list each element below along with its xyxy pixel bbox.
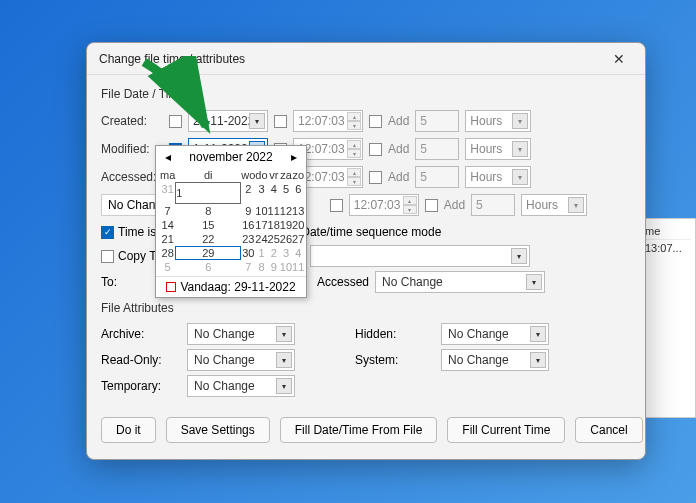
extra-unit-select[interactable]: Hours▾ (521, 194, 587, 216)
calendar-day[interactable]: 25 (268, 232, 280, 246)
chevron-down-icon[interactable]: ▾ (512, 113, 528, 129)
calendar-day[interactable]: 7 (160, 204, 175, 218)
calendar-day[interactable]: 11 (292, 260, 304, 274)
chevron-down-icon[interactable]: ▾ (276, 352, 292, 368)
calendar-day[interactable]: 14 (160, 218, 175, 232)
calendar-day[interactable]: 19 (280, 218, 292, 232)
calendar-day[interactable]: 12 (280, 204, 292, 218)
extra-time-checkbox[interactable] (330, 199, 343, 212)
chevron-down-icon[interactable]: ▾ (530, 352, 546, 368)
calendar-day[interactable]: 1 (255, 246, 267, 260)
calendar-day[interactable]: 24 (255, 232, 267, 246)
created-enable-checkbox[interactable] (169, 115, 182, 128)
system-select[interactable]: No Change▾ (441, 349, 549, 371)
accessed-offset-input[interactable]: 5 (415, 166, 459, 188)
archive-select[interactable]: No Change▾ (187, 323, 295, 345)
calendar-day[interactable]: 9 (241, 204, 255, 218)
titlebar: Change file time / attributes ✕ (87, 43, 645, 75)
calendar-day[interactable]: 31 (160, 182, 175, 204)
calendar-day[interactable]: 20 (292, 218, 304, 232)
created-date-input[interactable]: 29-11-2022▾ (188, 110, 268, 132)
to-label: To: (101, 275, 117, 289)
modified-add-checkbox[interactable] (369, 143, 382, 156)
calendar-footer[interactable]: Vandaag: 29-11-2022 (156, 276, 306, 297)
calendar-day[interactable]: 26 (280, 232, 292, 246)
hidden-select[interactable]: No Change▾ (441, 323, 549, 345)
do-it-button[interactable]: Do it (101, 417, 156, 443)
chevron-down-icon[interactable]: ▾ (512, 169, 528, 185)
readonly-select[interactable]: No Change▾ (187, 349, 295, 371)
extra-time-input[interactable]: 12:07:03▴▾ (349, 194, 419, 216)
calendar-day[interactable]: 4 (292, 246, 304, 260)
chevron-down-icon[interactable]: ▾ (276, 378, 292, 394)
spinner-icon[interactable]: ▴▾ (403, 196, 417, 214)
next-month-button[interactable]: ▸ (288, 150, 300, 164)
chevron-down-icon[interactable]: ▾ (568, 197, 584, 213)
accessed-unit-select[interactable]: Hours▾ (465, 166, 531, 188)
calendar-day[interactable]: 6 (292, 182, 304, 204)
calendar-day[interactable]: 6 (175, 260, 241, 274)
chevron-down-icon[interactable]: ▾ (512, 141, 528, 157)
chevron-down-icon[interactable]: ▾ (249, 113, 265, 129)
calendar-day[interactable]: 1 (175, 182, 241, 204)
calendar-day[interactable]: 3 (280, 246, 292, 260)
extra-offset-input[interactable]: 5 (471, 194, 515, 216)
calendar-day[interactable]: 22 (175, 232, 241, 246)
created-time-input[interactable]: 12:07:03▴▾ (293, 110, 363, 132)
calendar-day[interactable]: 9 (268, 260, 280, 274)
calendar-day[interactable]: 28 (160, 246, 175, 260)
calendar-day[interactable]: 27 (292, 232, 304, 246)
fill-from-file-button[interactable]: Fill Date/Time From File (280, 417, 438, 443)
copy-label: Copy T (118, 249, 156, 263)
calendar-day[interactable]: 3 (255, 182, 267, 204)
calendar-day[interactable]: 15 (175, 218, 241, 232)
extra-add-checkbox[interactable] (425, 199, 438, 212)
calendar-day[interactable]: 7 (241, 260, 255, 274)
calendar-day[interactable]: 10 (280, 260, 292, 274)
month-label[interactable]: november 2022 (189, 150, 272, 164)
close-button[interactable]: ✕ (605, 45, 633, 73)
calendar-day[interactable]: 8 (255, 260, 267, 274)
chevron-down-icon[interactable]: ▾ (276, 326, 292, 342)
cancel-button[interactable]: Cancel (575, 417, 642, 443)
chevron-down-icon[interactable]: ▾ (530, 326, 546, 342)
modified-offset-input[interactable]: 5 (415, 138, 459, 160)
accessed-add-checkbox[interactable] (369, 171, 382, 184)
temporary-select[interactable]: No Change▾ (187, 375, 295, 397)
created-unit-select[interactable]: Hours▾ (465, 110, 531, 132)
calendar-day[interactable]: 16 (241, 218, 255, 232)
calendar-day[interactable]: 10 (255, 204, 267, 218)
calendar-day[interactable]: 8 (175, 204, 241, 218)
to-select[interactable]: No Change▾ (375, 271, 545, 293)
calendar-day[interactable]: 2 (241, 182, 255, 204)
copy-checkbox[interactable] (101, 250, 114, 263)
created-row: Created: 29-11-2022▾ 12:07:03▴▾ Add 5 Ho… (101, 107, 631, 135)
calendar-day[interactable]: 2 (268, 246, 280, 260)
prev-month-button[interactable]: ◂ (162, 150, 174, 164)
calendar-day[interactable]: 17 (255, 218, 267, 232)
calendar-day[interactable]: 21 (160, 232, 175, 246)
time-is-label: Time is (118, 225, 156, 239)
created-time-checkbox[interactable] (274, 115, 287, 128)
chevron-down-icon[interactable]: ▾ (526, 274, 542, 290)
fill-current-time-button[interactable]: Fill Current Time (447, 417, 565, 443)
spinner-icon[interactable]: ▴▾ (347, 112, 361, 130)
created-add-checkbox[interactable] (369, 115, 382, 128)
spinner-icon[interactable]: ▴▾ (347, 140, 361, 158)
created-offset-input[interactable]: 5 (415, 110, 459, 132)
calendar-day[interactable]: 29 (175, 246, 241, 260)
time-is-checkbox[interactable] (101, 226, 114, 239)
modified-unit-select[interactable]: Hours▾ (465, 138, 531, 160)
calendar-day[interactable]: 5 (280, 182, 292, 204)
calendar-day[interactable]: 13 (292, 204, 304, 218)
save-settings-button[interactable]: Save Settings (166, 417, 270, 443)
calendar-day[interactable]: 18 (268, 218, 280, 232)
calendar-day[interactable]: 23 (241, 232, 255, 246)
copy-select[interactable]: ▾ (310, 245, 530, 267)
calendar-day[interactable]: 11 (268, 204, 280, 218)
chevron-down-icon[interactable]: ▾ (511, 248, 527, 264)
calendar-day[interactable]: 5 (160, 260, 175, 274)
spinner-icon[interactable]: ▴▾ (347, 168, 361, 186)
calendar-day[interactable]: 4 (268, 182, 280, 204)
calendar-day[interactable]: 30 (241, 246, 255, 260)
